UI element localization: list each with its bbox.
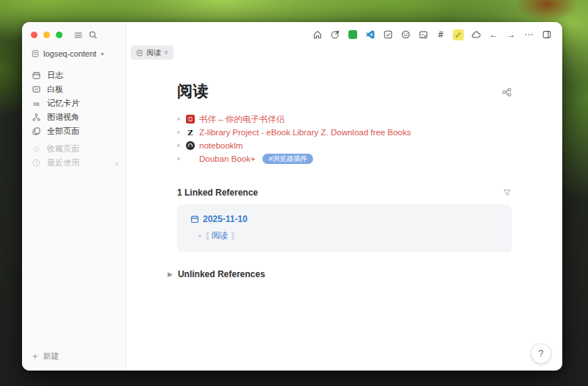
- smiley-plugin-icon[interactable]: [399, 29, 412, 41]
- tab-close-icon[interactable]: ×: [164, 49, 168, 57]
- external-link[interactable]: Douban Book+: [199, 154, 255, 163]
- page-reference-link[interactable]: 阅读: [212, 230, 229, 241]
- whiteboard-icon: [32, 85, 41, 94]
- page-content: 阅读 书伴 – 你的电子书伴侣 Z Z-library Project - eB…: [126, 62, 562, 371]
- linked-references-header-row: 1 Linked Reference: [177, 187, 512, 198]
- graph-name: logseq-content: [43, 49, 96, 58]
- external-link[interactable]: 书伴 – 你的电子书伴侣: [199, 114, 284, 125]
- zoom-window-button[interactable]: [56, 32, 62, 38]
- bullet-list: 书伴 – 你的电子书伴侣 Z Z-library Project - eBook…: [177, 112, 533, 165]
- bullet-dot[interactable]: [177, 118, 180, 121]
- sidebar-item-journals[interactable]: 日志: [22, 68, 126, 82]
- pages-icon: [32, 126, 41, 136]
- sidebar-item-flashcards[interactable]: ∞ 记忆卡片: [22, 96, 126, 110]
- vscode-icon[interactable]: [364, 29, 376, 41]
- page-title: 阅读: [177, 81, 209, 101]
- sidebar-item-label: 记忆卡片: [47, 98, 118, 109]
- sidebar-item-label: 最近使用: [47, 157, 110, 168]
- home-icon[interactable]: [311, 29, 323, 41]
- sidebar-item-label: 白板: [47, 84, 118, 95]
- calendar-icon: [32, 71, 41, 80]
- sidebar-item-favorites[interactable]: ☆ 收藏页面: [22, 142, 126, 156]
- minimize-window-button[interactable]: [43, 32, 50, 38]
- external-link[interactable]: Z-library Project - eBook Library Z. Dow…: [199, 128, 411, 137]
- collapse-chevron-icon[interactable]: ‹: [115, 159, 118, 168]
- unlinked-references-header: Unlinked References: [178, 269, 265, 279]
- sidebar-item-label: 全部页面: [47, 126, 118, 137]
- bullet-dot[interactable]: [177, 157, 180, 160]
- book-favicon: [186, 115, 195, 124]
- clock-icon: [32, 158, 41, 168]
- page-graph-icon[interactable]: [502, 87, 512, 97]
- chevron-down-icon: ▾: [101, 51, 104, 57]
- sidebar-item-recent[interactable]: 最近使用 ‹: [22, 156, 126, 170]
- hash-icon[interactable]: #: [434, 29, 447, 41]
- graph-view-icon: [32, 112, 41, 122]
- main-area: # ← → ⋯ 阅读 × 阅读: [126, 22, 562, 371]
- green-plugin-icon[interactable]: [346, 29, 359, 41]
- toggle-sidebar-icon[interactable]: [74, 30, 83, 40]
- linked-reference-card: 2025-11-10 [[ 阅读 ]]: [177, 204, 512, 252]
- tag-browser-extension[interactable]: #浏览器插件: [262, 154, 313, 164]
- page-ref-bracket-close: ]]: [232, 232, 234, 240]
- forward-icon[interactable]: →: [505, 29, 517, 41]
- graph-document-icon: [31, 49, 40, 58]
- star-icon: ☆: [32, 145, 41, 154]
- logseq-window: logseq-content ▾ 日志 白板 ∞ 记忆卡片 图谱视角 全: [22, 22, 562, 371]
- calendar-icon: [190, 215, 199, 224]
- sidebar-item-label: 收藏页面: [47, 143, 118, 154]
- flashcards-icon: ∞: [32, 99, 41, 108]
- right-sidebar-toggle-icon[interactable]: [540, 29, 553, 41]
- external-link[interactable]: notebooklm: [199, 141, 243, 150]
- tab-label: 阅读: [146, 48, 161, 58]
- sidebar-item-whiteboards[interactable]: 白板: [22, 82, 126, 96]
- share-link-icon[interactable]: [329, 29, 341, 41]
- window-controls: [22, 22, 126, 43]
- unlinked-references-toggle[interactable]: ▶ Unlinked References: [168, 269, 533, 279]
- plus-icon: +: [32, 351, 38, 361]
- back-icon[interactable]: ←: [487, 29, 500, 41]
- tab-bar: 阅读 ×: [126, 46, 562, 62]
- sidebar-item-graph-view[interactable]: 图谱视角: [22, 110, 126, 124]
- highlighter-icon[interactable]: [452, 29, 465, 41]
- help-button[interactable]: ?: [531, 344, 551, 363]
- filter-icon[interactable]: [503, 188, 512, 197]
- notebooklm-favicon: [186, 141, 195, 150]
- left-sidebar: logseq-content ▾ 日志 白板 ∞ 记忆卡片 图谱视角 全: [22, 22, 126, 371]
- new-page-label: 新建: [43, 351, 60, 362]
- sidebar-item-label: 图谱视角: [47, 112, 118, 123]
- sidebar-nav: 日志 白板 ∞ 记忆卡片 图谱视角 全部页面 ☆ 收藏页面: [22, 68, 126, 170]
- list-item: 书伴 – 你的电子书伴侣: [177, 112, 533, 126]
- search-icon[interactable]: [88, 30, 98, 40]
- tab-document-icon: [136, 49, 143, 57]
- new-page-button[interactable]: + 新建: [22, 342, 126, 371]
- list-item: notebooklm: [177, 139, 533, 152]
- collapse-arrow-icon: ▶: [168, 271, 173, 278]
- sidebar-item-all-pages[interactable]: 全部页面: [22, 124, 126, 138]
- bullet-dot[interactable]: [198, 235, 201, 237]
- close-window-button[interactable]: [31, 32, 37, 38]
- zlibrary-favicon: Z: [186, 128, 195, 137]
- plugins-cloud-icon[interactable]: [470, 29, 482, 41]
- bullet-dot[interactable]: [177, 144, 180, 147]
- toolbar: # ← → ⋯: [126, 22, 562, 46]
- tasks-check-icon[interactable]: [381, 29, 394, 41]
- page-ref-bracket-open: [[: [206, 232, 209, 240]
- card-icon[interactable]: [417, 29, 429, 41]
- list-item: Z Z-library Project - eBook Library Z. D…: [177, 126, 533, 139]
- linked-references-header: 1 Linked Reference: [177, 187, 258, 198]
- more-options-icon[interactable]: ⋯: [523, 29, 535, 41]
- sidebar-item-label: 日志: [47, 70, 118, 81]
- journal-date-link[interactable]: 2025-11-10: [203, 214, 248, 224]
- bullet-dot[interactable]: [177, 131, 180, 134]
- tab-active[interactable]: 阅读 ×: [131, 46, 173, 60]
- list-item: Douban Book+ #浏览器插件: [177, 152, 533, 165]
- douban-favicon: [186, 154, 195, 163]
- graph-selector[interactable]: logseq-content ▾: [22, 43, 126, 58]
